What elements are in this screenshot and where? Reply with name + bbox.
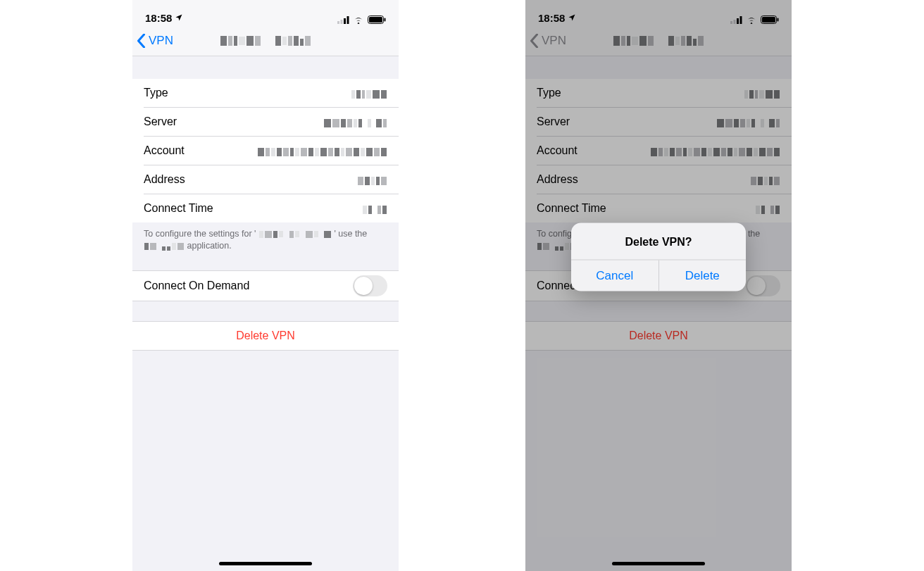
svg-rect-3 [347, 16, 349, 24]
svg-rect-5 [369, 17, 382, 23]
wifi-icon [353, 15, 364, 24]
row-connect-time: Connect Time [132, 194, 399, 222]
alert-cancel-button[interactable]: Cancel [571, 260, 658, 291]
phone-left: 18:58 [132, 0, 399, 571]
row-account: Account [132, 137, 399, 165]
back-label: VPN [149, 34, 173, 48]
row-value [323, 116, 387, 128]
svg-rect-6 [385, 18, 386, 22]
chevron-left-icon [137, 34, 146, 48]
row-connect-on-demand: Connect On Demand [132, 270, 399, 301]
location-icon [175, 12, 183, 24]
row-type: Type [132, 79, 399, 107]
row-label: Account [144, 144, 185, 157]
alert-title: Delete VPN? [571, 222, 746, 259]
alert-delete-button[interactable]: Delete [658, 260, 747, 291]
delete-vpn-button[interactable]: Delete VPN [132, 321, 399, 351]
row-label: Address [144, 173, 185, 186]
row-label: Connect On Demand [144, 280, 249, 292]
status-time: 18:58 [145, 12, 172, 24]
status-bar: 18:58 [132, 0, 399, 25]
row-value [351, 87, 387, 99]
row-value [357, 174, 387, 186]
svg-rect-2 [344, 18, 346, 24]
svg-rect-0 [337, 21, 339, 24]
back-button[interactable]: VPN [137, 34, 173, 48]
home-indicator[interactable] [219, 562, 312, 565]
row-address: Address [132, 165, 399, 194]
row-value [257, 145, 387, 157]
phone-right: 18:58 [525, 0, 792, 571]
cellular-icon [337, 16, 349, 24]
battery-icon [368, 15, 386, 24]
delete-vpn-alert: Delete VPN? Cancel Delete [571, 222, 746, 291]
row-server: Server [132, 108, 399, 136]
vpn-details-group: Type Server Account Addres [132, 79, 399, 222]
svg-rect-1 [341, 20, 343, 24]
row-value [362, 203, 387, 215]
row-label: Server [144, 115, 177, 128]
row-label: Type [144, 87, 168, 99]
row-label: Connect Time [144, 202, 213, 215]
connect-on-demand-toggle[interactable] [353, 275, 387, 296]
group-footer: To configure the settings for ' ' use th… [132, 222, 399, 261]
nav-bar: VPN [132, 25, 399, 56]
